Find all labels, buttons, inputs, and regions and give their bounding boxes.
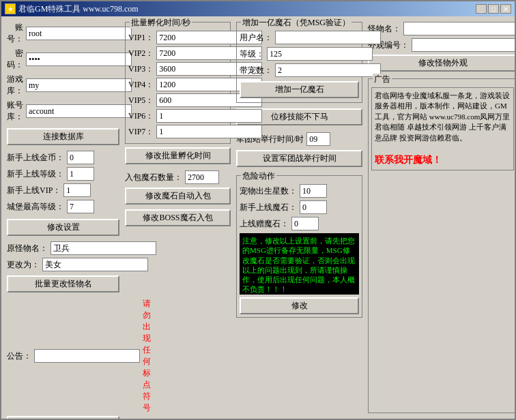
warning-text: 注意，修改以上设置前，请先把您的MSG进行备存无限量，MSG修改魔石是否需要验证… [242,237,355,293]
ad-text: 君临网络专业魔域私服一条龙，游戏装设服务器相用，版本制作，网站建设，GM工具，官… [375,91,510,142]
main-window: ★ 君临GM特殊工具 www.uc798.com _ □ ✕ 账号： 密码： 游… [0,0,516,420]
modify-auto-pack-button[interactable]: 修改魔石自动入包 [125,188,231,205]
newbie-demon-row: 新手上线魔石： [240,200,359,214]
pet-star-row: 宠物出生星数： [240,184,359,198]
set-army-button[interactable]: 设置军团战举行时间 [236,150,362,167]
vip-label-5: VIP5： [128,95,154,106]
modify-danger-button[interactable]: 修改 [240,297,359,314]
gamedb-input[interactable] [26,78,132,92]
window-title: 君临GM特殊工具 www.uc798.com [18,3,139,15]
pet-count-label: 带宠数： [240,65,272,76]
pet-count-row: 带宠数： [240,63,359,77]
modify-settings-button[interactable]: 修改设置 [7,219,119,236]
ad-group: 广告 君临网络专业魔域私服一条龙，游戏装设服务器相用，版本制作，网站建设，GM工… [368,78,515,413]
gamedb-label: 游戏库： [7,74,23,97]
add-demon-title: 增加一亿魔石（凭MSG验证） [241,17,352,29]
accountdb-input[interactable] [26,104,132,118]
add-demon-group: 增加一亿魔石（凭MSG验证） 用户名： 等级： 带宠数： 增加一亿魔石 [236,22,362,103]
modify-batch-button[interactable]: 修改批量孵化时间 [125,147,231,164]
username-input[interactable] [275,31,381,44]
castle-max-input[interactable] [67,200,94,213]
announcement-label: 公告： [7,350,31,362]
right-middle-column: 增加一亿魔石（凭MSG验证） 用户名： 等级： 带宠数： 增加一亿魔石 位移技能… [236,22,362,413]
monster-name-input[interactable] [403,22,515,35]
modify-announcement-button[interactable]: 修改游戏内正上方的GM公告 [7,416,119,419]
newbie-vip-row: 新手上线VIP： [7,183,119,197]
close-button[interactable]: ✕ [500,4,511,14]
main-content: 账号： 密码： 游戏库： 账号库： 连接数据库 新手上线金币： 新手上线等级 [1,16,515,419]
maximize-button[interactable]: □ [488,4,499,14]
army-time-input[interactable] [306,132,330,146]
account-input[interactable] [26,27,132,40]
vip-row-2: VIP2： [128,46,227,60]
add-demon-button[interactable]: 增加一亿魔石 [240,81,359,98]
titlebar-buttons: _ □ ✕ [476,4,511,14]
level-row: 等级： [240,47,359,61]
ad-title: 广告 [373,74,392,85]
password-input[interactable] [26,52,132,66]
vip-row-3: VIP3： [128,62,227,76]
newbie-gold-row: 新手上线金币： [7,151,119,164]
right-column: 怪物名： 外观编号： 修改怪物外观 广告 君临网络专业魔域私服一条龙，游戏装设服… [368,22,515,413]
ad-link[interactable]: 联系我开魔域！ [375,155,442,165]
vip-row-5: VIP5： [128,93,227,107]
batch-change-button[interactable]: 批量更改怪物名 [7,275,119,292]
pack-demon-input[interactable] [185,170,219,184]
titlebar-left: ★ 君临GM特殊工具 www.uc798.com [5,3,139,15]
newbie-vip-label: 新手上线VIP： [7,185,61,196]
vip-input-6[interactable] [156,109,262,123]
account-label: 账号： [7,22,23,45]
appearance-input[interactable] [412,38,515,52]
danger-title: 危险动作 [241,170,276,182]
pack-demon-row: 入包魔石数量： [125,170,231,184]
newbie-gold-input[interactable] [67,151,94,164]
pet-star-label: 宠物出生星数： [240,185,297,197]
newbie-level-label: 新手上线等级： [7,168,64,180]
vip-input-7[interactable] [156,125,262,138]
newbie-vip-input[interactable] [63,183,91,197]
change-to-row: 更改为： [7,258,119,271]
vip-row-6: VIP6： [128,109,227,123]
original-monster-label: 原怪物名： [7,243,48,254]
pet-star-input[interactable] [300,184,327,198]
titlebar: ★ 君临GM特殊工具 www.uc798.com _ □ ✕ [1,1,515,16]
modify-boss-pack-button[interactable]: 修改BOSS魔石入包 [125,209,231,226]
newbie-demon-label: 新手上线魔石： [240,202,297,213]
newbie-level-input[interactable] [67,167,94,181]
original-monster-row: 原怪物名： [7,241,119,255]
castle-max-label: 城堡最高等级： [7,201,64,213]
online-gift-label: 上线赠魔石： [240,218,289,230]
vip-label-1: VIP1： [128,32,154,44]
username-label: 用户名： [240,32,272,44]
level-input[interactable] [267,47,373,61]
batch-hatch-group: 批量孵化时间/秒 VIP1： VIP2： VIP3： VIP4： VIP5： V… [125,22,231,144]
vip-row-1: VIP1： [128,31,227,44]
level-label: 等级： [240,48,264,60]
password-row: 密码： [7,48,119,71]
vip-label-6: VIP6： [128,110,154,122]
batch-hatch-title: 批量孵化时间/秒 [130,17,192,29]
vip-label-3: VIP3： [128,63,154,75]
announcement-section: 公告： 请勿出现任何标点符号 修改游戏内正上方的GM公告 [7,298,119,419]
newbie-demon-input[interactable] [300,200,327,214]
announcement-input[interactable] [34,349,140,363]
appearance-row: 外观编号： [368,38,515,52]
warning-box: 注意，修改以上设置前，请先把您的MSG进行备存无限量，MSG修改魔石是否需要验证… [240,233,359,295]
app-icon: ★ [5,3,16,14]
connect-button[interactable]: 连接数据库 [7,128,119,145]
password-label: 密码： [7,48,23,71]
newbie-gold-label: 新手上线金币： [7,152,64,164]
accountdb-label: 账号库： [7,100,23,123]
online-gift-input[interactable] [291,217,319,230]
vip-label-2: VIP2： [128,48,154,59]
minimize-button[interactable]: _ [476,4,487,14]
left-column: 账号： 密码： 游戏库： 账号库： 连接数据库 新手上线金币： 新手上线等级 [7,22,119,413]
change-to-label: 更改为： [7,259,40,271]
account-row: 账号： [7,22,119,45]
newbie-level-row: 新手上线等级： [7,167,119,181]
danger-group: 危险动作 宠物出生星数： 新手上线魔石： 上线赠魔石： 注意，修改以上设置前，请… [236,175,362,318]
pet-count-input[interactable] [275,63,381,77]
pack-demon-label: 入包魔石数量： [125,172,182,183]
modify-appearance-button[interactable]: 修改怪物外观 [368,55,515,72]
gamedb-row: 游戏库： [7,74,119,97]
